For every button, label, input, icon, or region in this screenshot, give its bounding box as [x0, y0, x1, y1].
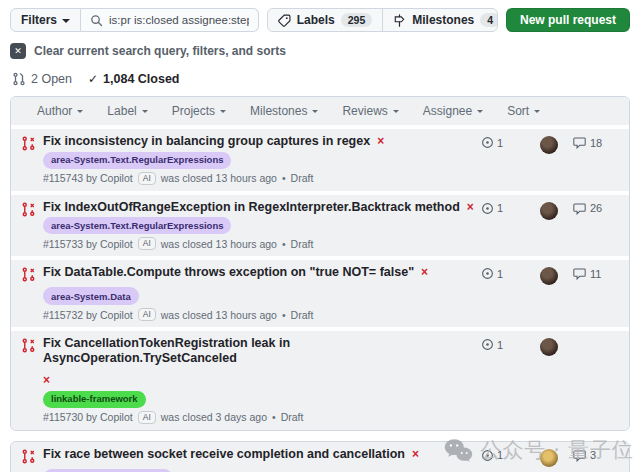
comment-icon: [573, 449, 586, 462]
clear-search-link[interactable]: ✕ Clear current search query, filters, a…: [10, 43, 630, 59]
remove-item-icon[interactable]: ×: [412, 447, 419, 462]
label-pill[interactable]: area-System.Text.RegularExpressions: [43, 152, 231, 169]
tab-closed[interactable]: ✓ 1,084 Closed: [88, 72, 180, 86]
ai-badge: AI: [138, 308, 156, 321]
closed-time: was closed 13 hours ago: [161, 309, 277, 321]
chevron-down-icon: [142, 110, 148, 113]
search-input[interactable]: [109, 14, 249, 26]
pull-request-open-icon: [12, 72, 26, 86]
pr-title-link[interactable]: Fix race between socket receive completi…: [43, 447, 405, 462]
filters-button[interactable]: Filters: [10, 8, 81, 32]
labels-button-label: Labels: [297, 13, 335, 27]
dot-separator: •: [282, 172, 286, 184]
search-box[interactable]: [81, 8, 259, 32]
linked-issue-indicator[interactable]: 1: [481, 202, 525, 215]
assignee-avatar[interactable]: [540, 267, 558, 285]
comment-count[interactable]: 26: [573, 202, 619, 215]
remove-item-icon[interactable]: ×: [377, 134, 384, 149]
pr-title-link[interactable]: Fix inconsistency in balancing group cap…: [43, 134, 370, 149]
linked-issue-indicator[interactable]: 1: [481, 267, 525, 280]
comment-count[interactable]: 18: [573, 136, 619, 149]
new-pull-request-button[interactable]: New pull request: [506, 8, 630, 32]
assignee-avatar[interactable]: [540, 202, 558, 220]
pr-number-author: #115730 by Copilot: [43, 411, 133, 423]
filter-label[interactable]: Label: [107, 104, 147, 118]
ai-badge: AI: [138, 411, 156, 424]
linked-issue-indicator[interactable]: 1: [481, 338, 525, 351]
ai-badge: AI: [138, 172, 156, 185]
chevron-down-icon: [77, 110, 83, 113]
pr-row[interactable]: Fix race between socket receive completi…: [11, 442, 629, 472]
linked-issue-icon: [481, 449, 494, 462]
tab-open-label: 2 Open: [31, 72, 72, 86]
pr-list-card: Author Label Projects Milestones Reviews…: [10, 96, 630, 431]
milestones-button-label: Milestones: [412, 13, 474, 27]
pr-title-link[interactable]: Fix CancellationTokenRegistration leak i…: [43, 336, 481, 366]
toolbar: Filters Labels 295 Milestones 4 New pull…: [10, 8, 630, 32]
pull-request-closed-icon: [21, 449, 37, 472]
comment-count[interactable]: 3: [573, 449, 619, 462]
clear-search-label: Clear current search query, filters, and…: [34, 44, 286, 58]
tab-closed-label: 1,084 Closed: [103, 72, 179, 86]
filter-author[interactable]: Author: [37, 104, 83, 118]
remove-item-icon[interactable]: ×: [43, 373, 50, 388]
pr-list-card: Fix race between socket receive completi…: [10, 441, 630, 472]
pr-row[interactable]: Fix CancellationTokenRegistration leak i…: [11, 327, 629, 430]
comment-count[interactable]: 11: [573, 267, 619, 280]
chevron-down-icon: [312, 110, 318, 113]
draft-indicator: Draft: [281, 411, 304, 423]
label-pill[interactable]: linkable-framework: [43, 391, 146, 408]
ai-badge: AI: [138, 237, 156, 250]
dot-separator: •: [272, 411, 276, 423]
labels-count-badge: 295: [341, 13, 373, 27]
dot-separator: •: [282, 238, 286, 250]
list-filter-header: Author Label Projects Milestones Reviews…: [11, 97, 629, 125]
filter-reviews[interactable]: Reviews: [342, 104, 398, 118]
filter-assignee[interactable]: Assignee: [423, 104, 483, 118]
chevron-down-icon: [534, 110, 540, 113]
pr-number-author: #115732 by Copilot: [43, 309, 133, 321]
comment-icon: [573, 267, 586, 280]
chevron-down-icon: [220, 110, 226, 113]
pr-row[interactable]: Fix inconsistency in balancing group cap…: [11, 125, 629, 191]
milestone-icon: [393, 14, 406, 27]
filters-button-label: Filters: [21, 13, 57, 27]
remove-item-icon[interactable]: ×: [421, 265, 428, 280]
dot-separator: •: [282, 309, 286, 321]
filter-milestones[interactable]: Milestones: [250, 104, 318, 118]
linked-issue-icon: [481, 136, 494, 149]
labels-button[interactable]: Labels 295: [268, 9, 383, 31]
comment-icon: [573, 202, 586, 215]
assignee-avatar[interactable]: [540, 338, 558, 356]
draft-indicator: Draft: [291, 172, 314, 184]
clear-x-icon[interactable]: ✕: [10, 43, 26, 59]
tab-open[interactable]: 2 Open: [12, 72, 72, 86]
pull-request-closed-icon: [21, 202, 37, 251]
pr-title-link[interactable]: Fix IndexOutOfRangeException in RegexInt…: [43, 200, 460, 215]
remove-item-icon[interactable]: ×: [467, 200, 474, 215]
pull-request-closed-icon: [21, 136, 37, 185]
pr-number-author: #115743 by Copilot: [43, 172, 133, 184]
linked-issue-indicator[interactable]: 1: [481, 449, 525, 462]
pr-number-author: #115733 by Copilot: [43, 238, 133, 250]
pr-title-link[interactable]: Fix DataTable.Compute throws exception o…: [43, 265, 414, 280]
linked-issue-icon: [481, 202, 494, 215]
state-tabs: 2 Open ✓ 1,084 Closed: [12, 72, 630, 86]
assignee-avatar[interactable]: [540, 136, 558, 154]
filter-sort[interactable]: Sort: [507, 104, 540, 118]
labels-milestones-group: Labels 295 Milestones 4: [267, 8, 498, 32]
pr-row[interactable]: Fix DataTable.Compute throws exception o…: [11, 256, 629, 327]
check-icon: ✓: [88, 72, 98, 86]
linked-issue-indicator[interactable]: 1: [481, 136, 525, 149]
filter-projects[interactable]: Projects: [172, 104, 226, 118]
label-pill[interactable]: area-System.Data: [43, 287, 139, 305]
label-pill[interactable]: area-System.Text.RegularExpressions: [43, 217, 231, 234]
draft-indicator: Draft: [291, 238, 314, 250]
closed-time: was closed 3 days ago: [161, 411, 267, 423]
label-pill[interactable]: area-System.Net.Sockets: [43, 469, 173, 472]
milestones-button[interactable]: Milestones 4: [382, 9, 498, 31]
chevron-down-icon: [62, 19, 70, 23]
linked-issue-icon: [481, 338, 494, 351]
pr-row[interactable]: Fix IndexOutOfRangeException in RegexInt…: [11, 191, 629, 257]
assignee-avatar[interactable]: [540, 449, 558, 467]
